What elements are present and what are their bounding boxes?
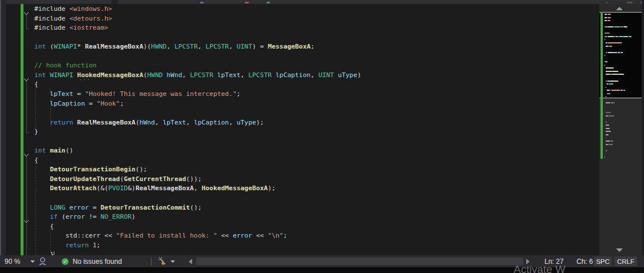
code-line[interactable]: lpText = "Hooked! This message was inter… [34,90,241,99]
code-line[interactable]: #include <iostream> [34,23,108,33]
code-line[interactable]: if (error != NO_ERROR) [34,212,136,222]
code-line[interactable]: // hook function [34,61,97,71]
code-line[interactable]: } [34,127,38,137]
fold-scope-line [26,80,27,133]
code-line[interactable]: { [34,222,54,232]
text-cursor [54,251,54,255]
suggestion-dots: ··· [79,77,91,83]
code-cleanup-button[interactable] [158,255,167,267]
code-editor[interactable]: #include <windows.h>#include <detours.h>… [6,4,598,255]
scroll-down-arrow-icon[interactable] [616,248,623,252]
minimap-scrollbar[interactable] [599,4,642,255]
code-line[interactable]: lpCaption = "Hook"; [34,99,124,109]
minimap-change-bar [601,12,603,159]
minimap-viewport[interactable] [599,12,642,98]
check-circle-icon: ✓ [62,258,69,265]
fold-chevron-icon[interactable] [25,77,29,81]
window-right-edge [642,0,644,273]
code-line[interactable]: DetourAttach(&(PVOID&)RealMessageBoxA, H… [34,184,276,194]
code-line[interactable]: #include <detours.h> [34,14,112,24]
window-edge-highlight [0,0,1,273]
hscroll-left-arrow-icon[interactable] [189,255,192,267]
line-ending-toggle[interactable]: CRLF [614,256,637,266]
fold-scope-corner [26,133,29,133]
toolbar-divider [112,0,118,4]
toolbar-icon-fragment [200,2,204,3]
status-divider [151,257,152,266]
code-line[interactable]: { [34,156,38,166]
code-line[interactable]: } [34,250,54,255]
activate-windows-watermark: Activate W [514,263,566,273]
document-health-indicator[interactable]: ✓ No issues found [62,255,122,267]
code-cleanup-dropdown-chevron-icon[interactable] [170,255,175,267]
fold-chevron-icon[interactable] [25,218,29,222]
toolbar-icon-fragment [245,2,249,3]
column-indicator[interactable]: Ch: 6 [577,255,593,267]
code-line[interactable]: int main() [34,146,73,156]
code-line[interactable]: { [34,80,38,90]
code-line[interactable]: DetourUpdateThread(GetCurrentThread()); [34,175,202,184]
horizontal-scrollbar-thumb[interactable] [196,258,523,265]
toolbar-icon-fragment [267,2,270,3]
line-ending-toggle-label: CRLF [617,258,634,265]
toolbar-edge [6,0,644,4]
code-area[interactable]: #include <windows.h>#include <detours.h>… [34,5,598,255]
fold-scope-line [26,14,27,29]
code-line[interactable]: std::cerr << "Failed to install hook: " … [34,231,287,241]
code-line[interactable]: return 1; [34,241,101,251]
fold-scope-line [26,156,27,255]
toolbar-icon-fragment [627,2,633,3]
horizontal-scrollbar[interactable] [196,256,524,266]
broom-icon [158,257,167,266]
code-line[interactable]: return RealMessageBoxA(hWnd, lpText, lpC… [34,118,264,128]
toolbar-icon-fragment [606,2,607,3]
fold-chevron-icon[interactable] [25,152,29,156]
zoom-dropdown-chevron-icon[interactable] [30,255,35,267]
zoom-level-control[interactable]: 90 % [5,255,20,267]
spaces-toggle[interactable]: SPC [594,256,612,266]
code-line[interactable]: #include <windows.h> [34,5,112,14]
code-line[interactable]: LONG error = DetourTransactionCommit(); [34,203,202,213]
vs-editor-window: #include <windows.h>#include <detours.h>… [0,0,644,273]
change-tracking-bar [21,4,23,255]
scroll-up-arrow-icon[interactable] [616,7,623,10]
intellicode-icon[interactable] [39,255,46,267]
zoom-level-label: 90 % [5,258,20,266]
health-status-text: No issues found [73,258,122,266]
fold-chevron-icon[interactable] [25,10,29,14]
window-left-edge [0,0,6,273]
code-line[interactable]: int (WINAPI* RealMessageBoxA)(HWND, LPCS… [34,42,315,52]
code-line[interactable]: DetourTransactionBegin(); [34,165,147,175]
fold-scope-corner [26,29,29,29]
column-indicator-label: Ch: 6 [577,258,593,266]
spaces-toggle-label: SPC [596,258,610,265]
